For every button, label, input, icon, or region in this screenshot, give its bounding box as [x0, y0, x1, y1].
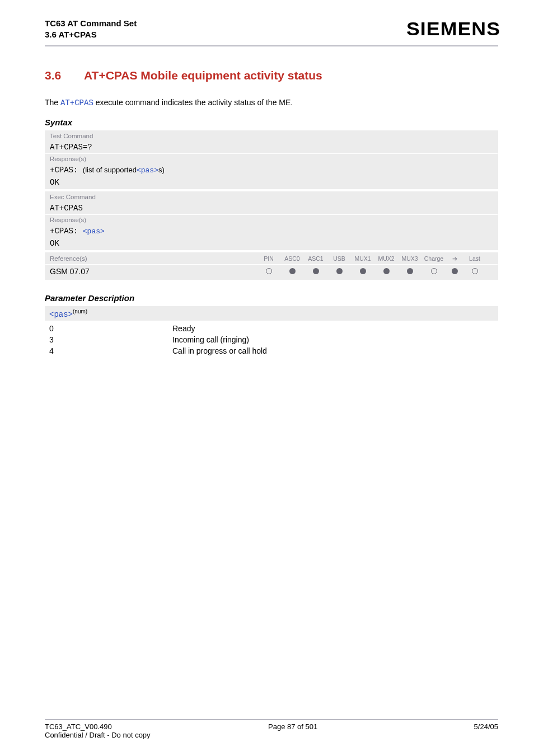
- footer-left: TC63_ATC_V00.490: [45, 722, 112, 731]
- param-key-0: 0: [49, 324, 172, 333]
- col-pin: PIN: [257, 255, 280, 262]
- intro-paragraph: The AT+CPAS execute command indicates th…: [45, 98, 498, 107]
- exec-response-ok: OK: [45, 237, 498, 250]
- test-response-ok: OK: [45, 176, 498, 189]
- dot-mux3: [407, 268, 413, 274]
- footer-center: Page 87 of 501: [268, 722, 317, 731]
- section-number: 3.6: [45, 69, 84, 82]
- col-mux1: MUX1: [351, 255, 374, 262]
- dot-usb: [336, 268, 343, 274]
- reference-columns-header: PIN ASC0 ASC1 USB MUX1 MUX2 MUX3 Charge …: [257, 255, 486, 262]
- brand-logo: SIEMENS: [406, 18, 500, 40]
- dot-arrow: [452, 268, 458, 274]
- footer-divider: [45, 719, 498, 720]
- reference-value: GSM 07.07: [50, 267, 257, 276]
- footer-confidential: Confidential / Draft - Do not copy: [45, 731, 498, 739]
- exec-command-label: Exec Command: [45, 192, 498, 202]
- test-command-label: Test Command: [45, 131, 498, 141]
- section-title-text: AT+CPAS Mobile equipment activity status: [84, 69, 322, 82]
- dot-last: [472, 268, 478, 274]
- param-desc-heading: Parameter Description: [45, 293, 498, 303]
- dot-mux2: [383, 268, 390, 274]
- param-key-1: 3: [49, 335, 172, 344]
- dot-asc1: [313, 268, 319, 274]
- param-table: 0 Ready 3 Incoming call (ringing) 4 Call…: [45, 323, 498, 356]
- section-heading: 3.6AT+CPAS Mobile equipment activity sta…: [45, 69, 498, 82]
- test-command-box: Test Command AT+CPAS=? Response(s) +CPAS…: [45, 130, 498, 189]
- param-name-header: <pas>(num): [45, 306, 498, 321]
- dot-mux1: [360, 268, 366, 274]
- dot-charge: [431, 268, 437, 274]
- exec-command-box: Exec Command AT+CPAS Response(s) +CPAS: …: [45, 191, 498, 250]
- param-desc-0: Ready: [172, 324, 195, 333]
- param-desc-1: Incoming call (ringing): [172, 335, 249, 344]
- col-asc1: ASC1: [304, 255, 327, 262]
- col-arrow: ➔: [446, 255, 463, 262]
- param-desc-2: Call in progress or call hold: [172, 346, 267, 355]
- col-last: Last: [463, 255, 486, 262]
- test-response-line: +CPAS: (list of supported<pas>s): [45, 164, 498, 176]
- references-label: Reference(s): [50, 255, 257, 262]
- doc-title: TC63 AT Command Set: [45, 18, 137, 29]
- param-row-1: 3 Incoming call (ringing): [45, 334, 498, 345]
- syntax-heading: Syntax: [45, 118, 498, 127]
- cmd-link-atcpas[interactable]: AT+CPAS: [60, 98, 93, 107]
- header-divider: [45, 45, 498, 46]
- dot-pin: [266, 268, 272, 274]
- param-row-0: 0 Ready: [45, 323, 498, 334]
- exec-responses-label: Response(s): [45, 214, 498, 225]
- param-link-pas-1[interactable]: <pas>: [137, 166, 158, 175]
- col-mux2: MUX2: [374, 255, 398, 262]
- footer-right: 5/24/05: [474, 722, 498, 731]
- param-key-2: 4: [49, 346, 172, 355]
- exec-response-line: +CPAS: <pas>: [45, 225, 498, 237]
- test-responses-label: Response(s): [45, 153, 498, 164]
- dot-asc0: [289, 268, 296, 274]
- col-mux3: MUX3: [398, 255, 421, 262]
- exec-command-text: AT+CPAS: [45, 202, 498, 214]
- reference-box: Reference(s) PIN ASC0 ASC1 USB MUX1 MUX2…: [45, 252, 498, 280]
- col-asc0: ASC0: [280, 255, 304, 262]
- param-row-2: 4 Call in progress or call hold: [45, 345, 498, 356]
- col-usb: USB: [327, 255, 351, 262]
- reference-dots-row: [257, 267, 486, 276]
- param-link-pas-2[interactable]: <pas>: [83, 227, 105, 236]
- col-charge: Charge: [421, 255, 446, 262]
- page-footer: TC63_ATC_V00.490 Page 87 of 501 5/24/05 …: [45, 719, 498, 739]
- param-type-sup: (num): [73, 308, 87, 314]
- param-link-pas-3[interactable]: <pas>: [49, 309, 73, 318]
- doc-subsection: 3.6 AT+CPAS: [45, 29, 137, 40]
- test-command-text: AT+CPAS=?: [45, 141, 498, 153]
